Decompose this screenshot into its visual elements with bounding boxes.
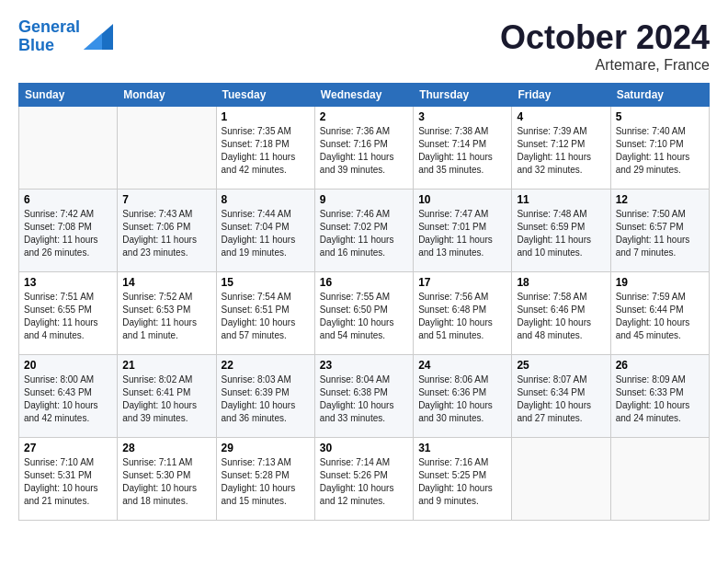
day-header-sunday: Sunday: [19, 84, 118, 107]
day-number: 7: [122, 193, 210, 206]
day-number: 30: [320, 442, 408, 454]
calendar-cell: 9Sunrise: 7:46 AMSunset: 7:02 PMDaylight…: [314, 190, 413, 272]
day-number: 9: [320, 193, 408, 206]
calendar-cell: 31Sunrise: 7:16 AMSunset: 5:25 PMDayligh…: [414, 438, 512, 521]
day-info: Sunrise: 7:16 AMSunset: 5:25 PMDaylight:…: [418, 456, 506, 508]
day-number: 28: [122, 442, 210, 454]
day-info: Sunrise: 7:36 AMSunset: 7:16 PMDaylight:…: [320, 125, 408, 177]
day-info: Sunrise: 7:38 AMSunset: 7:14 PMDaylight:…: [418, 125, 506, 177]
calendar-table: SundayMondayTuesdayWednesdayThursdayFrid…: [18, 83, 710, 521]
day-number: 15: [222, 276, 310, 289]
day-number: 21: [122, 359, 210, 372]
day-number: 29: [222, 442, 310, 454]
week-row-5: 27Sunrise: 7:10 AMSunset: 5:31 PMDayligh…: [19, 438, 710, 521]
day-number: 31: [418, 442, 506, 454]
calendar-cell: 7Sunrise: 7:43 AMSunset: 7:06 PMDaylight…: [118, 190, 216, 272]
day-info: Sunrise: 7:14 AMSunset: 5:26 PMDaylight:…: [320, 456, 408, 508]
header-row: SundayMondayTuesdayWednesdayThursdayFrid…: [19, 84, 710, 107]
day-header-thursday: Thursday: [414, 84, 512, 107]
day-number: 26: [616, 359, 704, 372]
calendar-cell: 23Sunrise: 8:04 AMSunset: 6:38 PMDayligh…: [314, 355, 413, 438]
location: Artemare, France: [500, 57, 710, 74]
calendar-cell: [19, 107, 118, 190]
logo: GeneralBlue: [18, 18, 113, 55]
day-number: 4: [517, 110, 605, 123]
day-number: 14: [122, 276, 210, 289]
day-number: 5: [616, 110, 704, 123]
day-header-friday: Friday: [512, 84, 610, 107]
day-info: Sunrise: 7:58 AMSunset: 6:46 PMDaylight:…: [517, 291, 605, 342]
day-info: Sunrise: 8:06 AMSunset: 6:36 PMDaylight:…: [418, 373, 506, 425]
day-info: Sunrise: 7:47 AMSunset: 7:01 PMDaylight:…: [418, 208, 506, 259]
calendar-cell: 19Sunrise: 7:59 AMSunset: 6:44 PMDayligh…: [610, 272, 709, 355]
calendar-cell: 5Sunrise: 7:40 AMSunset: 7:10 PMDaylight…: [610, 107, 709, 190]
month-year: October 2024: [500, 18, 710, 57]
day-info: Sunrise: 7:39 AMSunset: 7:12 PMDaylight:…: [517, 125, 605, 177]
day-info: Sunrise: 7:13 AMSunset: 5:28 PMDaylight:…: [222, 456, 310, 508]
calendar-cell: 29Sunrise: 7:13 AMSunset: 5:28 PMDayligh…: [216, 438, 314, 521]
calendar-cell: 14Sunrise: 7:52 AMSunset: 6:53 PMDayligh…: [118, 272, 216, 355]
day-number: 16: [320, 276, 408, 289]
day-info: Sunrise: 7:43 AMSunset: 7:06 PMDaylight:…: [122, 208, 210, 259]
day-number: 25: [517, 359, 605, 372]
day-header-saturday: Saturday: [610, 84, 709, 107]
day-number: 10: [418, 193, 506, 206]
day-info: Sunrise: 7:48 AMSunset: 6:59 PMDaylight:…: [517, 208, 605, 259]
day-info: Sunrise: 8:03 AMSunset: 6:39 PMDaylight:…: [222, 373, 310, 425]
week-row-3: 13Sunrise: 7:51 AMSunset: 6:55 PMDayligh…: [19, 272, 710, 355]
calendar-cell: 1Sunrise: 7:35 AMSunset: 7:18 PMDaylight…: [216, 107, 314, 190]
calendar-cell: 8Sunrise: 7:44 AMSunset: 7:04 PMDaylight…: [216, 190, 314, 272]
day-header-wednesday: Wednesday: [314, 84, 413, 107]
day-header-monday: Monday: [118, 84, 216, 107]
calendar-cell: 27Sunrise: 7:10 AMSunset: 5:31 PMDayligh…: [19, 438, 118, 521]
calendar-cell: 28Sunrise: 7:11 AMSunset: 5:30 PMDayligh…: [118, 438, 216, 521]
calendar-cell: 25Sunrise: 8:07 AMSunset: 6:34 PMDayligh…: [512, 355, 610, 438]
day-info: Sunrise: 7:40 AMSunset: 7:10 PMDaylight:…: [616, 125, 704, 177]
day-info: Sunrise: 7:56 AMSunset: 6:48 PMDaylight:…: [418, 291, 506, 342]
calendar-cell: [610, 438, 709, 521]
day-number: 22: [222, 359, 310, 372]
day-number: 11: [517, 193, 605, 206]
calendar-cell: 30Sunrise: 7:14 AMSunset: 5:26 PMDayligh…: [314, 438, 413, 521]
calendar-cell: [512, 438, 610, 521]
calendar-cell: 22Sunrise: 8:03 AMSunset: 6:39 PMDayligh…: [216, 355, 314, 438]
day-info: Sunrise: 7:46 AMSunset: 7:02 PMDaylight:…: [320, 208, 408, 259]
day-info: Sunrise: 7:52 AMSunset: 6:53 PMDaylight:…: [122, 291, 210, 342]
day-number: 27: [24, 442, 112, 454]
day-number: 17: [418, 276, 506, 289]
logo-icon: [84, 24, 113, 50]
day-number: 13: [24, 276, 112, 289]
day-number: 20: [24, 359, 112, 372]
day-info: Sunrise: 8:02 AMSunset: 6:41 PMDaylight:…: [122, 373, 210, 425]
day-header-tuesday: Tuesday: [216, 84, 314, 107]
calendar-cell: 13Sunrise: 7:51 AMSunset: 6:55 PMDayligh…: [19, 272, 118, 355]
page-header: GeneralBlue October 2024 Artemare, Franc…: [18, 18, 710, 74]
day-info: Sunrise: 7:55 AMSunset: 6:50 PMDaylight:…: [320, 291, 408, 342]
calendar-cell: 18Sunrise: 7:58 AMSunset: 6:46 PMDayligh…: [512, 272, 610, 355]
calendar-cell: 17Sunrise: 7:56 AMSunset: 6:48 PMDayligh…: [414, 272, 512, 355]
svg-marker-1: [84, 33, 102, 50]
day-info: Sunrise: 8:07 AMSunset: 6:34 PMDaylight:…: [517, 373, 605, 425]
day-number: 12: [616, 193, 704, 206]
day-number: 19: [616, 276, 704, 289]
calendar-cell: 21Sunrise: 8:02 AMSunset: 6:41 PMDayligh…: [118, 355, 216, 438]
day-number: 2: [320, 110, 408, 123]
month-title: October 2024 Artemare, France: [500, 18, 710, 74]
calendar-cell: 10Sunrise: 7:47 AMSunset: 7:01 PMDayligh…: [414, 190, 512, 272]
calendar-cell: 20Sunrise: 8:00 AMSunset: 6:43 PMDayligh…: [19, 355, 118, 438]
calendar-cell: 24Sunrise: 8:06 AMSunset: 6:36 PMDayligh…: [414, 355, 512, 438]
day-info: Sunrise: 7:50 AMSunset: 6:57 PMDaylight:…: [616, 208, 704, 259]
day-number: 6: [24, 193, 112, 206]
day-info: Sunrise: 7:35 AMSunset: 7:18 PMDaylight:…: [222, 125, 310, 177]
day-info: Sunrise: 8:04 AMSunset: 6:38 PMDaylight:…: [320, 373, 408, 425]
day-info: Sunrise: 7:11 AMSunset: 5:30 PMDaylight:…: [122, 456, 210, 508]
logo-text: GeneralBlue: [18, 18, 80, 55]
day-info: Sunrise: 7:42 AMSunset: 7:08 PMDaylight:…: [24, 208, 112, 259]
day-info: Sunrise: 8:00 AMSunset: 6:43 PMDaylight:…: [24, 373, 112, 425]
day-number: 1: [222, 110, 310, 123]
week-row-4: 20Sunrise: 8:00 AMSunset: 6:43 PMDayligh…: [19, 355, 710, 438]
calendar-cell: [118, 107, 216, 190]
week-row-2: 6Sunrise: 7:42 AMSunset: 7:08 PMDaylight…: [19, 190, 710, 272]
calendar-cell: 12Sunrise: 7:50 AMSunset: 6:57 PMDayligh…: [610, 190, 709, 272]
day-info: Sunrise: 7:51 AMSunset: 6:55 PMDaylight:…: [24, 291, 112, 342]
